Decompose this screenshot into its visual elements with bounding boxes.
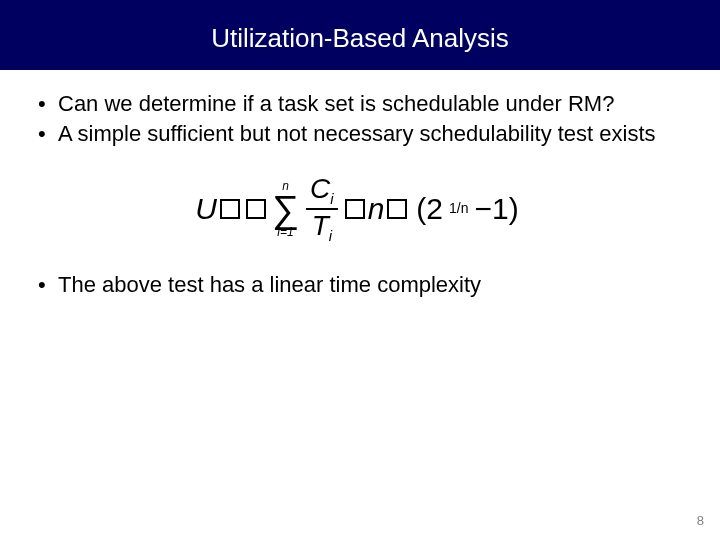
exponent: 1/n	[449, 200, 468, 218]
fraction: Ci Ti	[306, 175, 338, 243]
formula-block: U n ∑ i=1 Ci Ti n (21/n −1)	[34, 175, 686, 243]
sum-lower: i=1	[277, 226, 293, 238]
page-number: 8	[697, 513, 704, 528]
sigma-icon: ∑	[272, 192, 299, 226]
paren-open: (2	[416, 190, 443, 228]
bullet-item: Can we determine if a task set is schedu…	[34, 90, 686, 118]
bullet-list: The above test has a linear time complex…	[34, 271, 686, 299]
box-glyph	[220, 199, 240, 219]
paren-close: −1)	[474, 190, 518, 228]
box-glyph	[246, 199, 266, 219]
var-U: U	[195, 190, 217, 228]
box-glyph	[345, 199, 365, 219]
box-glyph	[387, 199, 407, 219]
bullet-item: The above test has a linear time complex…	[34, 271, 686, 299]
slide-title: Utilization-Based Analysis	[211, 23, 509, 54]
slide-title-bar: Utilization-Based Analysis	[0, 0, 720, 70]
var-n: n	[368, 190, 385, 228]
summation: n ∑ i=1	[272, 180, 299, 238]
denominator: Ti	[308, 212, 336, 243]
utilization-formula: U n ∑ i=1 Ci Ti n (21/n −1)	[195, 175, 524, 243]
bullet-list: Can we determine if a task set is schedu…	[34, 90, 686, 147]
bullet-item: A simple sufficient but not necessary sc…	[34, 120, 686, 148]
slide-body: Can we determine if a task set is schedu…	[0, 70, 720, 299]
numerator: Ci	[306, 175, 338, 206]
